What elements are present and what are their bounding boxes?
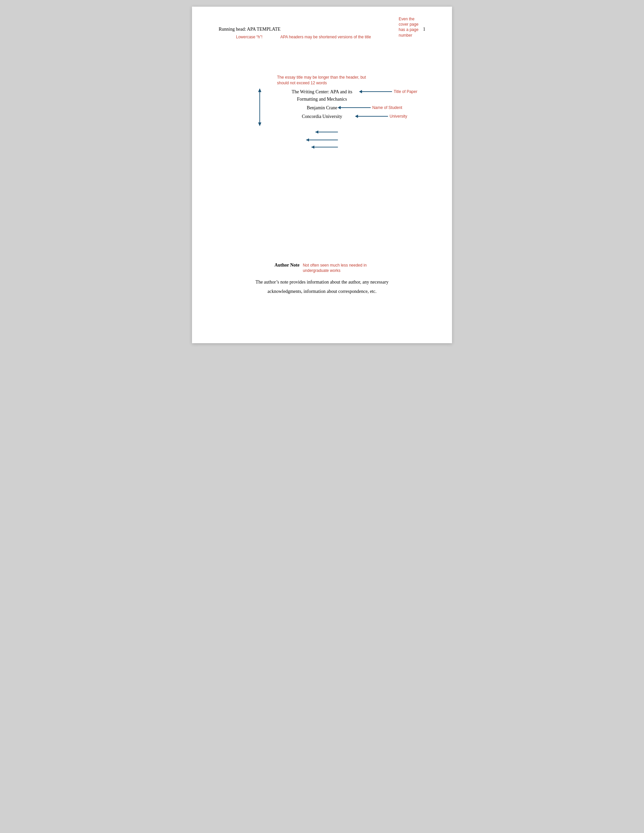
arrows-svg — [219, 75, 425, 208]
paper-title-line2: Formatting and Mechanics — [297, 96, 347, 101]
author-name: Benjamin Crane — [307, 105, 337, 110]
author-row: Benjamin Crane Name of Student — [219, 105, 425, 111]
svg-marker-8 — [311, 146, 314, 149]
running-head: Running head: APA TEMPLATE — [219, 27, 281, 32]
author-note-line1: The author’s note provides information a… — [219, 278, 425, 287]
name-arrow-shaft — [341, 107, 371, 108]
author-note-section: Author Note Not often seen much less nee… — [219, 262, 425, 297]
author-note-label: Author Note — [275, 262, 299, 268]
name-of-student-label: Name of Student — [372, 105, 402, 110]
title-row-2: Formatting and Mechanics — [219, 96, 425, 102]
not-often-seen-annotation: Not often seen much less needed in under… — [303, 262, 369, 274]
title-row-1: The Writing Center: APA and its Title of… — [219, 88, 425, 95]
svg-marker-2 — [258, 122, 261, 126]
university-arrow-head — [355, 115, 358, 118]
essay-title-annotation-block: The essay title may be longer than the h… — [277, 75, 425, 86]
page: Running head: APA TEMPLATE 1 Lowercase “… — [192, 6, 452, 343]
apa-header-annotation: APA headers may be shortened versions of… — [280, 35, 371, 39]
main-content-area: The essay title may be longer than the h… — [219, 75, 425, 119]
author-note-body: The author’s note provides information a… — [219, 278, 425, 296]
even-cover-annotation: Even the cover page has a page number — [399, 16, 425, 38]
author-inner: Benjamin Crane Name of Student — [307, 105, 337, 111]
title-arrow-shaft — [362, 91, 392, 92]
university-arrow-shaft — [358, 116, 388, 117]
annotation-row-top: Lowercase “h”! APA headers may be shorte… — [219, 35, 425, 41]
name-of-student-annotation: Name of Student — [338, 105, 402, 110]
university-annotation: University — [355, 114, 407, 119]
page-header: Running head: APA TEMPLATE 1 — [219, 27, 425, 32]
paper-title-line1: The Writing Center: APA and its — [291, 89, 353, 94]
title-inner-1: The Writing Center: APA and its Title of… — [291, 88, 353, 95]
svg-marker-4 — [316, 130, 318, 133]
essay-title-annotation: The essay title may be longer than the h… — [277, 75, 372, 86]
university-label: University — [390, 114, 407, 119]
university-inner: Concordia University University — [302, 113, 342, 119]
svg-marker-6 — [306, 138, 309, 142]
university-row: Concordia University University — [219, 113, 425, 119]
university-name: Concordia University — [302, 114, 342, 119]
title-arrow-head — [359, 90, 362, 93]
author-note-line2: acknowledgments, information about corre… — [219, 287, 425, 296]
title-of-paper-label: Title of Paper — [394, 89, 417, 94]
name-arrow-head — [338, 106, 341, 109]
author-note-header: Author Note Not often seen much less nee… — [219, 262, 425, 274]
title-of-paper-annotation: Title of Paper — [359, 89, 417, 94]
lowercase-h-annotation: Lowercase “h”! — [236, 35, 262, 39]
